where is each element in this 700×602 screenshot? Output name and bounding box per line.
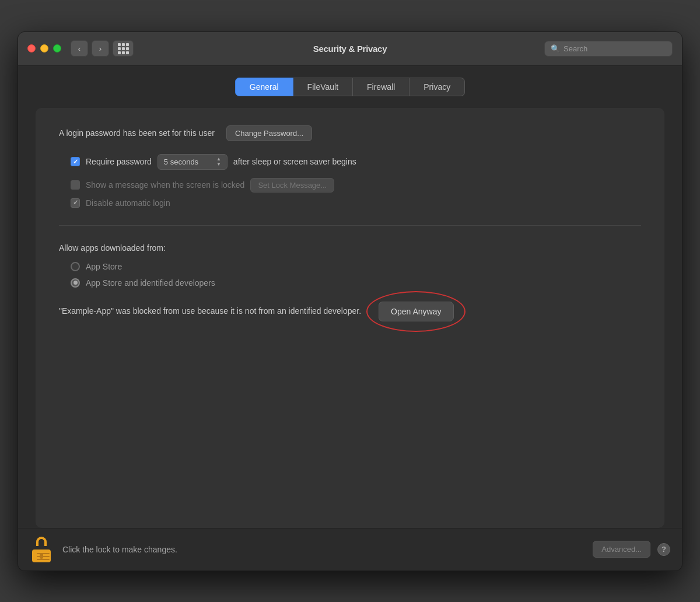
password-delay-dropdown[interactable]: 5 seconds ▲ ▼ (158, 154, 228, 170)
allow-apps-label: Allow apps downloaded from: (59, 243, 641, 253)
traffic-lights (27, 44, 61, 52)
radio-appstore-row: App Store (71, 262, 641, 271)
footer-right: Advanced... ? (593, 541, 670, 558)
after-sleep-label: after sleep or screen saver begins (233, 157, 356, 166)
tab-bar: General FileVault Firewall Privacy (36, 78, 664, 96)
forward-button[interactable]: › (92, 40, 109, 57)
back-icon: ‹ (78, 44, 80, 53)
lock-line (37, 559, 50, 560)
radio-appstore[interactable] (71, 262, 80, 271)
radio-selected-dot (74, 281, 78, 285)
radio-identified-label: App Store and identified developers (86, 278, 215, 288)
lock-help-text: Click the lock to make changes. (62, 545, 177, 554)
show-message-row: Show a message when the screen is locked… (71, 178, 641, 192)
help-button[interactable]: ? (657, 543, 670, 556)
forward-icon: › (99, 44, 102, 53)
system-preferences-window: ‹ › Security & Privacy 🔍 General FileVau… (18, 32, 682, 571)
change-password-button[interactable]: Change Password... (226, 125, 312, 141)
footer: Click the lock to make changes. Advanced… (18, 528, 682, 570)
apps-grid-button[interactable] (113, 40, 134, 57)
search-bar[interactable]: 🔍 (544, 41, 673, 57)
maximize-button[interactable] (53, 44, 61, 52)
show-message-checkbox[interactable] (71, 180, 80, 190)
disable-autologin-row: ✓ Disable automatic login (71, 198, 641, 208)
set-lock-message-button[interactable]: Set Lock Message... (250, 178, 334, 192)
password-section: A login password has been set for this u… (59, 125, 641, 208)
checkmark-icon: ✓ (73, 159, 78, 165)
window-title: Security & Privacy (313, 44, 387, 54)
allow-apps-section: Allow apps downloaded from: App Store Ap… (59, 243, 641, 321)
back-button[interactable]: ‹ (71, 40, 88, 57)
advanced-button[interactable]: Advanced... (593, 541, 650, 558)
content-area: General FileVault Firewall Privacy A log… (18, 66, 682, 528)
tab-firewall[interactable]: Firewall (353, 78, 410, 96)
minimize-button[interactable] (40, 44, 48, 52)
nav-buttons: ‹ › (71, 40, 109, 57)
lock-lines (37, 553, 50, 560)
search-icon: 🔍 (551, 44, 560, 53)
require-password-checkbox[interactable]: ✓ (71, 157, 80, 166)
grid-icon (118, 43, 129, 54)
lock-shackle (36, 537, 47, 546)
disable-autologin-label: Disable automatic login (86, 198, 170, 208)
checkmark-icon: ✓ (73, 200, 78, 206)
radio-identified-row: App Store and identified developers (71, 278, 641, 288)
disable-autologin-checkbox[interactable]: ✓ (71, 198, 80, 208)
radio-appstore-label: App Store (86, 262, 122, 271)
radio-identified[interactable] (71, 278, 80, 288)
radio-group: App Store App Store and identified devel… (71, 262, 641, 288)
open-anyway-wrapper: Open Anyway (379, 302, 453, 321)
show-message-label: Show a message when the screen is locked (86, 180, 244, 190)
blocked-app-row: "Example-App" was blocked from use becau… (59, 302, 641, 321)
search-input[interactable] (564, 44, 666, 53)
open-anyway-button[interactable]: Open Anyway (379, 302, 453, 321)
require-password-label: Require password (86, 157, 152, 166)
tab-privacy[interactable]: Privacy (410, 78, 465, 96)
tab-general[interactable]: General (235, 78, 293, 96)
password-set-label: A login password has been set for this u… (59, 128, 215, 138)
general-panel: A login password has been set for this u… (36, 108, 664, 528)
blocked-app-text: "Example-App" was blocked from use becau… (59, 305, 361, 317)
close-button[interactable] (27, 44, 36, 52)
tab-filevault[interactable]: FileVault (293, 78, 353, 96)
require-password-row: ✓ Require password 5 seconds ▲ ▼ after s… (71, 154, 641, 170)
dropdown-value: 5 seconds (164, 158, 198, 166)
lock-body (32, 550, 51, 562)
dropdown-arrows-icon: ▲ ▼ (216, 157, 221, 167)
password-row: A login password has been set for this u… (59, 125, 641, 141)
lock-line (37, 556, 50, 557)
lock-line (37, 553, 50, 554)
lock-icon[interactable] (30, 537, 53, 562)
section-divider (59, 225, 641, 226)
titlebar: ‹ › Security & Privacy 🔍 (18, 32, 682, 66)
